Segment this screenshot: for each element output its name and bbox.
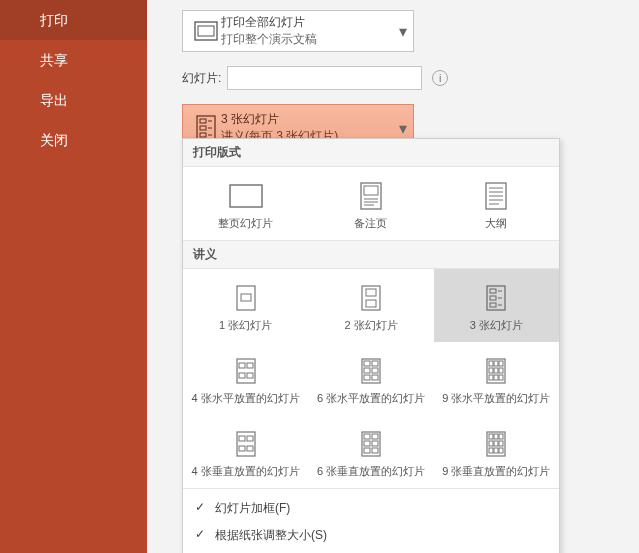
handout-label: 4 张水平放置的幻灯片 [188,391,303,406]
sidebar-item-print[interactable]: 打印 [0,0,147,40]
handout-6h-icon [313,355,428,387]
handout-label: 3 张幻灯片 [439,318,554,333]
sidebar-item-label: 导出 [40,92,68,108]
handout-9h[interactable]: 9 张水平放置的幻灯片 [434,342,559,415]
svg-rect-29 [490,296,496,300]
svg-rect-65 [364,448,370,453]
slide-stack-icon [191,14,221,48]
svg-rect-71 [489,441,493,446]
layout-outline[interactable]: 大纲 [434,167,559,240]
handout-label: 4 张垂直放置的幻灯片 [188,464,303,479]
option-label: 幻灯片加框(F) [215,500,290,517]
section-header-layout: 打印版式 [183,139,559,167]
svg-rect-72 [494,441,498,446]
svg-rect-11 [364,186,378,195]
layout-popup: 打印版式 整页幻灯片 备注页 大纲 讲义 1 张幻灯片 2 张 [182,138,560,553]
sidebar: 打印 共享 导出 关闭 [0,0,147,553]
svg-rect-74 [489,448,493,453]
svg-rect-27 [490,289,496,293]
svg-rect-69 [494,434,498,439]
check-icon: ✓ [195,500,205,514]
handout-1[interactable]: 1 张幻灯片 [183,269,308,342]
svg-rect-73 [499,441,503,446]
handout-3[interactable]: 3 张幻灯片 [434,269,559,342]
svg-rect-52 [489,375,493,380]
handout-4h[interactable]: 4 张水平放置的幻灯片 [183,342,308,415]
chevron-down-icon: ▾ [393,22,413,41]
svg-rect-23 [362,286,380,310]
handout-label: 9 张垂直放置的幻灯片 [439,464,554,479]
option-frame[interactable]: ✓幻灯片加框(F) [183,495,559,522]
svg-rect-66 [372,448,378,453]
print-range-text: 打印全部幻灯片 打印整个演示文稿 [221,14,393,48]
svg-rect-41 [364,368,370,373]
svg-rect-57 [247,436,253,441]
svg-rect-35 [247,363,253,368]
sidebar-item-export[interactable]: 导出 [0,80,147,120]
svg-rect-67 [487,432,505,456]
svg-rect-3 [200,119,206,123]
options-list: ✓幻灯片加框(F) ✓根据纸张调整大小(S) 高质量 打印批注 打印墨迹 [183,488,559,553]
svg-rect-21 [237,286,255,310]
svg-rect-22 [241,294,251,301]
print-range-subtitle: 打印整个演示文稿 [221,31,393,48]
handout-2[interactable]: 2 张幻灯片 [308,269,433,342]
svg-rect-61 [364,434,370,439]
sidebar-item-label: 共享 [40,52,68,68]
handout-1-icon [188,282,303,314]
svg-rect-47 [494,361,498,366]
outline-icon [439,180,554,212]
handout-3-icon [439,282,554,314]
info-icon[interactable]: i [432,70,448,86]
print-range-dropdown[interactable]: 打印全部幻灯片 打印整个演示文稿 ▾ [182,10,414,52]
svg-rect-51 [499,368,503,373]
handout-2-icon [313,282,428,314]
print-range-title: 打印全部幻灯片 [221,14,393,31]
layout-fullpage[interactable]: 整页幻灯片 [183,167,308,240]
notes-icon [313,180,428,212]
handout-label: 6 张水平放置的幻灯片 [313,391,428,406]
handout-4v[interactable]: 4 张垂直放置的幻灯片 [183,415,308,488]
svg-rect-9 [230,185,262,207]
svg-rect-53 [494,375,498,380]
handout-4h-icon [188,355,303,387]
option-autosize[interactable]: ✓根据纸张调整大小(S) [183,522,559,549]
svg-rect-38 [362,359,380,383]
svg-rect-75 [494,448,498,453]
sidebar-item-share[interactable]: 共享 [0,40,147,80]
option-label: 根据纸张调整大小(S) [215,527,327,544]
handout-label: 1 张幻灯片 [188,318,303,333]
sidebar-item-close[interactable]: 关闭 [0,120,147,160]
handout-9h-icon [439,355,554,387]
svg-rect-40 [372,361,378,366]
layout-notes[interactable]: 备注页 [308,167,433,240]
option-high-quality[interactable]: 高质量 [183,549,559,553]
layout-label: 整页幻灯片 [188,216,303,231]
svg-rect-43 [364,375,370,380]
handout-row-2: 4 张水平放置的幻灯片 6 张水平放置的幻灯片 9 张水平放置的幻灯片 [183,342,559,415]
svg-rect-42 [372,368,378,373]
svg-rect-54 [499,375,503,380]
svg-rect-60 [362,432,380,456]
handout-6v[interactable]: 6 张垂直放置的幻灯片 [308,415,433,488]
layout-label: 备注页 [313,216,428,231]
layout-title: 3 张幻灯片 [221,111,393,128]
svg-rect-59 [247,446,253,451]
slides-input[interactable] [227,66,422,90]
svg-rect-7 [200,133,206,137]
handout-9v[interactable]: 9 张垂直放置的幻灯片 [434,415,559,488]
svg-rect-31 [490,303,496,307]
handout-label: 2 张幻灯片 [313,318,428,333]
svg-rect-1 [198,26,214,36]
svg-rect-50 [494,368,498,373]
svg-rect-45 [487,359,505,383]
svg-rect-63 [364,441,370,446]
handout-row-3: 4 张垂直放置的幻灯片 6 张垂直放置的幻灯片 9 张垂直放置的幻灯片 [183,415,559,488]
svg-rect-24 [366,289,376,296]
svg-rect-34 [239,363,245,368]
handout-6v-icon [313,428,428,460]
handout-6h[interactable]: 6 张水平放置的幻灯片 [308,342,433,415]
sidebar-item-label: 打印 [40,12,68,28]
svg-rect-46 [489,361,493,366]
svg-rect-49 [489,368,493,373]
